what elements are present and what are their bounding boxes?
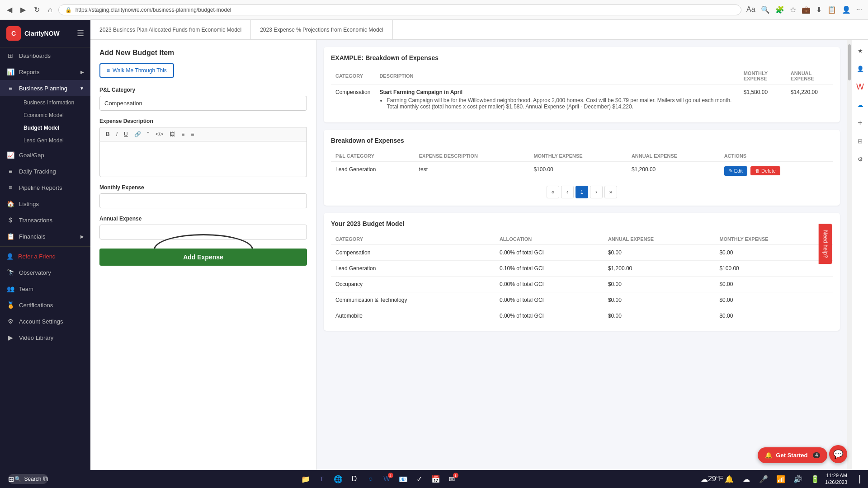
sidebar-sub-budget-model[interactable]: Budget Model [19, 122, 90, 134]
sidebar-sub-lead-gen[interactable]: Lead Gen Model [19, 134, 90, 147]
table-row: Compensation Start Farming Campaign in A… [331, 84, 833, 116]
azure-icon[interactable]: ☁ [854, 99, 867, 111]
taskbar-file-explorer[interactable]: 📁 [298, 472, 313, 486]
sidebar-item-observatory[interactable]: 🔭 Observatory [0, 264, 90, 281]
taskbar-todo[interactable]: ✓ [412, 472, 427, 486]
expense-description-editor[interactable] [99, 141, 307, 177]
sidebar-item-business-planning[interactable]: ≡ Business Planning ▼ [0, 80, 90, 96]
tab-allocated-funds[interactable]: 2023 Business Plan Allocated Funds from … [90, 20, 251, 39]
add-expense-button[interactable]: Add Expense [99, 249, 307, 266]
page-last[interactable]: » [604, 186, 617, 198]
cloud-icon-taskbar[interactable]: ☁ [739, 472, 754, 486]
underline-btn[interactable]: U [122, 130, 130, 138]
taskbar-mail[interactable]: ✉ 1 [445, 472, 459, 486]
taskbar-outlook[interactable]: 📧 [396, 472, 410, 486]
chat-button[interactable]: 💬 [829, 445, 847, 463]
image-btn[interactable]: 🖼 [167, 130, 177, 138]
forward-button[interactable]: ▶ [18, 5, 28, 15]
sidebar-item-video-library[interactable]: ▶ Video Library [0, 329, 90, 346]
read-mode-icon[interactable]: Aa [745, 4, 757, 15]
taskbar-dell[interactable]: D [347, 472, 362, 486]
pl-category-select[interactable]: Compensation Lead Generation Occupancy C… [99, 96, 307, 111]
ul-btn[interactable]: ≡ [189, 130, 196, 138]
quote-btn[interactable]: " [145, 130, 151, 138]
taskbar-calendar[interactable]: 📅 [429, 472, 443, 486]
grid-icon[interactable]: ⊞ [854, 135, 867, 147]
weather-widget[interactable]: ☁ 29°F [705, 472, 719, 486]
annual-expense-input[interactable] [99, 225, 307, 239]
star-icon[interactable]: ★ [854, 44, 867, 57]
temp-text: 29°F [708, 475, 723, 483]
sidebar-item-account-settings[interactable]: ⚙ Account Settings [0, 313, 90, 329]
gear-icon[interactable]: ⚙ [854, 153, 867, 165]
refresh-button[interactable]: ↻ [32, 5, 42, 15]
table-row: Lead Generation test $100.00 $1,200.00 ✎… [331, 162, 833, 181]
sidebar-logo: C ClarityNOW ☰ [0, 20, 90, 47]
tabs-bar: 2023 Business Plan Allocated Funds from … [90, 20, 868, 40]
need-help-button[interactable]: Need help? [818, 224, 832, 264]
delete-button[interactable]: 🗑 Delete [750, 166, 780, 175]
get-started-button[interactable]: 🔔 Get Started 4 [758, 447, 827, 463]
screenshot-icon[interactable]: 📋 [826, 4, 838, 15]
sidebar-item-listings[interactable]: 🏠 Listings [0, 196, 90, 212]
search-button[interactable]: 🔍 Search [21, 472, 35, 486]
italic-btn[interactable]: I [114, 130, 120, 138]
show-desktop[interactable]: ▕ [850, 472, 864, 486]
taskbar-word[interactable]: W 2 [380, 472, 394, 486]
home-button[interactable]: ⌂ [46, 5, 55, 15]
notifications[interactable]: 🔔 [722, 472, 736, 486]
bold-btn[interactable]: B [104, 130, 112, 138]
url-text: https://staging.claritynowre.com/busines… [75, 7, 231, 13]
task-view-btn[interactable]: ⧉ [38, 472, 52, 486]
office-icon[interactable]: W [854, 80, 867, 93]
sidebar-item-transactions[interactable]: $ Transactions [0, 212, 90, 228]
sidebar-item-financials[interactable]: 📋 Financials ▶ [0, 228, 90, 244]
edit-button[interactable]: ✎ Edit [724, 166, 747, 176]
link-btn[interactable]: 🔗 [132, 130, 143, 138]
walk-through-button[interactable]: ≡ Walk Me Through This [99, 63, 174, 78]
sidebar-item-goal-gap[interactable]: 📈 Goal/Gap [0, 147, 90, 163]
sidebar-item-certifications[interactable]: 🏅 Certifications [0, 297, 90, 313]
volume-icon[interactable]: 🔊 [791, 472, 805, 486]
taskbar-teams[interactable]: T [315, 472, 329, 486]
monthly-expense-input[interactable] [99, 193, 307, 208]
pipeline-icon: ≡ [6, 184, 14, 191]
mail-badge: 1 [453, 473, 458, 478]
taskbar-edge[interactable]: 🌐 [331, 472, 345, 486]
monthly-expense-wrapper: $ [99, 193, 307, 208]
download-icon[interactable]: ⬇ [815, 4, 823, 15]
sidebar-item-daily-tracking[interactable]: ≡ Daily Tracking [0, 163, 90, 179]
network-icon[interactable]: 📶 [774, 472, 788, 486]
battery-icon[interactable]: 🔋 [808, 472, 822, 486]
page-prev[interactable]: ‹ [561, 186, 574, 198]
sidebar-item-dashboards[interactable]: ⊞ Dashboards [0, 47, 90, 64]
sidebar-item-refer[interactable]: 👤 Refer a Friend [0, 249, 90, 264]
tab-expense-projections[interactable]: 2023 Expense % Projections from Economic… [251, 20, 393, 39]
add-icon[interactable]: + [854, 117, 867, 129]
sidebar-sub-economic-model[interactable]: Economic Model [19, 109, 90, 122]
user-icon[interactable]: 👤 [854, 62, 867, 75]
sidebar-item-team[interactable]: 👥 Team [0, 281, 90, 297]
sidebar-sub-business-info[interactable]: Business Information [19, 96, 90, 109]
more-icon[interactable]: ··· [855, 4, 863, 15]
address-bar[interactable]: 🔒 https://staging.claritynowre.com/busin… [58, 5, 741, 15]
favorites-icon[interactable]: ☆ [788, 4, 797, 15]
profile-icon[interactable]: 👤 [840, 4, 852, 15]
mic-icon[interactable]: 🎤 [756, 472, 771, 486]
page-current[interactable]: 1 [576, 186, 588, 198]
scrollbar[interactable] [847, 40, 852, 470]
wallet-icon[interactable]: 💼 [800, 4, 812, 15]
hamburger-menu[interactable]: ☰ [77, 28, 84, 38]
sidebar-item-reports[interactable]: 📊 Reports ▶ [0, 64, 90, 80]
page-next[interactable]: › [590, 186, 603, 198]
ol-btn[interactable]: ≡ [179, 130, 187, 138]
back-button[interactable]: ◀ [5, 5, 14, 15]
taskbar-cortana[interactable]: ○ [363, 472, 378, 486]
walk-through-label: Walk Me Through This [113, 67, 167, 74]
date-display: 1/26/2023 [825, 479, 847, 486]
sidebar-item-pipeline-reports[interactable]: ≡ Pipeline Reports [0, 179, 90, 196]
page-first[interactable]: « [547, 186, 559, 198]
extensions-icon[interactable]: 🧩 [774, 4, 786, 15]
code-btn[interactable]: </> [153, 130, 165, 138]
search-icon[interactable]: 🔍 [760, 4, 771, 15]
